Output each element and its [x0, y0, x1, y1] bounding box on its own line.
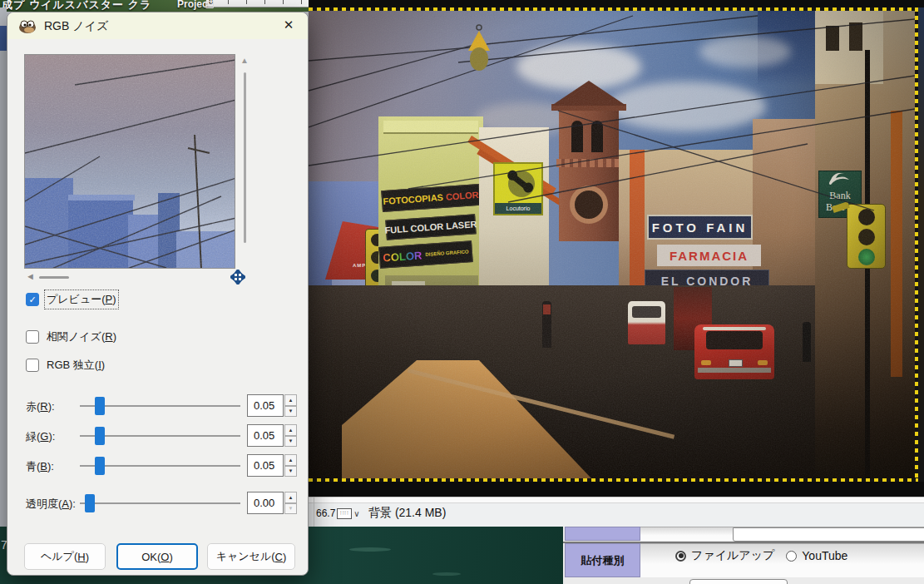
- slider-alpha-label: 透明度(A):: [26, 497, 76, 512]
- slider-green-track[interactable]: [80, 435, 240, 437]
- spinbox-blue-value[interactable]: 0.05: [247, 454, 284, 477]
- spin-up-button[interactable]: ▲: [284, 394, 297, 406]
- slider-red-handle[interactable]: [95, 397, 105, 415]
- sign-bank-line1: Bank: [819, 190, 861, 201]
- traffic-light-right: [847, 204, 886, 269]
- checkbox-row-preview[interactable]: ✓ プレビュー(P): [26, 292, 116, 307]
- form-button-partial[interactable]: [689, 579, 788, 584]
- tower-cornice: [556, 159, 621, 167]
- spinbox-green-value[interactable]: 0.05: [247, 424, 284, 447]
- checkbox-rgb-independent[interactable]: ✓: [26, 359, 39, 372]
- radio-file-upload-label[interactable]: ファイルアップ: [691, 548, 774, 563]
- preview-pan-icon[interactable]: [230, 270, 245, 285]
- cloud: [608, 82, 766, 131]
- preview-scroll-left-icon[interactable]: ◄: [26, 271, 35, 281]
- sign-locutorio-text: Locutorio: [495, 203, 541, 214]
- tower-round-window: [570, 186, 608, 224]
- slider-red-track[interactable]: [80, 405, 240, 407]
- ok-button[interactable]: OK(O): [116, 543, 198, 570]
- cloud: [699, 36, 791, 67]
- gimp-statusbar: 66.7 ∷∷ ∨ 背景 (21.4 MB): [309, 497, 924, 527]
- radio-file-upload[interactable]: [675, 551, 686, 562]
- slider-blue-handle[interactable]: [95, 457, 105, 475]
- image-canvas[interactable]: AMPLIACIONES FOTOCOPIAS COLOR FULL COLOR…: [309, 0, 924, 497]
- sign-farmacia: FARMACIA: [657, 245, 761, 266]
- upload-form-panel: 貼付種別 ファイルアップ YouTube: [563, 527, 924, 584]
- sign-foto-fain: FOTO FAIN: [647, 215, 753, 240]
- form-content-cell-partial: [640, 527, 924, 541]
- tower-arch-window: [571, 121, 583, 152]
- form-label-cell-partial: [565, 527, 640, 541]
- dialog-titlebar[interactable]: RGB ノイズ ✕: [7, 12, 308, 39]
- building-cornice: [383, 121, 478, 134]
- chevron-down-icon[interactable]: ∨: [353, 509, 359, 518]
- canvas-padding-bottom: [309, 482, 924, 497]
- background-tab-projec[interactable]: Projec: [177, 0, 208, 10]
- spin-down-button[interactable]: ▼: [284, 436, 297, 448]
- slider-alpha-track[interactable]: [80, 502, 240, 504]
- preview-scroll-up-icon[interactable]: ▲: [240, 56, 249, 65]
- gimp-wilber-icon: [18, 19, 37, 33]
- restore-window-icon[interactable]: [205, 1, 214, 8]
- horizontal-scrollbar[interactable]: [309, 497, 924, 503]
- window: [849, 22, 862, 51]
- tower-roof: [551, 81, 626, 106]
- spin-down-button[interactable]: ▼: [284, 503, 297, 515]
- red-car: [694, 324, 774, 379]
- spin-down-button[interactable]: ▼: [284, 406, 297, 418]
- sign-text: DISEÑO GRAFICO: [425, 249, 469, 257]
- spinbox-alpha-value[interactable]: 0.00: [247, 492, 284, 514]
- pedestrian-jacket: [543, 304, 551, 314]
- preview-image: [25, 55, 235, 269]
- spin-up-button[interactable]: ▲: [284, 454, 297, 466]
- radio-youtube[interactable]: [786, 551, 797, 562]
- checkbox-preview-label[interactable]: プレビュー(P): [47, 292, 116, 307]
- slider-green-label: 緑(G):: [26, 429, 55, 444]
- noise-preview[interactable]: [24, 54, 235, 269]
- close-icon[interactable]: ✕: [276, 14, 301, 36]
- slider-blue-track[interactable]: [80, 465, 240, 467]
- rgb-noise-dialog: RGB ノイズ ✕: [7, 12, 309, 576]
- cancel-button[interactable]: キャンセル(C): [207, 543, 295, 570]
- spinbox-red-value[interactable]: 0.05: [247, 394, 284, 417]
- slider-alpha-handle[interactable]: [85, 494, 95, 512]
- canvas-right-sliver: [918, 7, 924, 482]
- sign-locutorio: Locutorio: [493, 162, 543, 215]
- spin-up-button[interactable]: ▲: [284, 492, 297, 503]
- zoom-entry[interactable]: 66.7 ∷∷ ∨: [316, 507, 360, 519]
- radio-youtube-label[interactable]: YouTube: [802, 549, 847, 562]
- preview-vertical-scrollbar[interactable]: [244, 72, 246, 243]
- selection-border-top: [309, 7, 918, 11]
- slider-green-handle[interactable]: [95, 427, 105, 445]
- photo-street-scene: AMPLIACIONES FOTOCOPIAS COLOR FULL COLOR…: [309, 11, 915, 478]
- checkbox-row-correlated[interactable]: ✓ 相関ノイズ(R): [26, 329, 116, 344]
- sign-text: COLOR: [383, 249, 422, 264]
- zoom-percent-box[interactable]: ∷∷: [337, 508, 352, 519]
- background-window-title: 成プ ウイルスバスター クラ: [2, 0, 151, 12]
- checkbox-rgb-independent-label[interactable]: RGB 独立(I): [47, 358, 105, 373]
- preview-horizontal-scrollbar[interactable]: [39, 276, 69, 279]
- slider-blue-label: 青(B):: [26, 459, 54, 474]
- sign-text: FOTOCOPIAS: [383, 192, 443, 206]
- pedestrian: [803, 322, 811, 362]
- checkbox-correlated-noise[interactable]: ✓: [26, 330, 39, 344]
- form-label-paste-type: 貼付種別: [565, 543, 640, 577]
- slider-row-red: 赤(R): 0.05 ▲▼: [7, 394, 309, 418]
- spin-down-button[interactable]: ▼: [284, 466, 297, 478]
- slider-row-blue: 青(B): 0.05 ▲▼: [7, 454, 309, 478]
- layer-info: 背景 (21.4 MB): [368, 506, 446, 521]
- checkbox-preview[interactable]: ✓: [26, 293, 39, 306]
- check-icon: ✓: [28, 294, 36, 305]
- screen: 成プ ウイルスバスター クラ Projec 0 250 500 750 1000…: [0, 0, 924, 584]
- dialog-title: RGB ノイズ: [44, 19, 108, 34]
- help-button[interactable]: ヘルプ(H): [24, 543, 106, 570]
- orange-column: [630, 150, 645, 299]
- slider-row-green: 緑(G): 0.05 ▲▼: [7, 424, 309, 448]
- slider-red-label: 赤(R):: [26, 399, 55, 414]
- spin-up-button[interactable]: ▲: [284, 424, 297, 436]
- checkbox-correlated-noise-label[interactable]: 相関ノイズ(R): [47, 329, 116, 344]
- checkbox-row-rgb-independent[interactable]: ✓ RGB 独立(I): [26, 358, 105, 373]
- zoom-value[interactable]: 66.7: [316, 507, 335, 519]
- text-input-partial[interactable]: [733, 527, 924, 542]
- window: [826, 26, 839, 51]
